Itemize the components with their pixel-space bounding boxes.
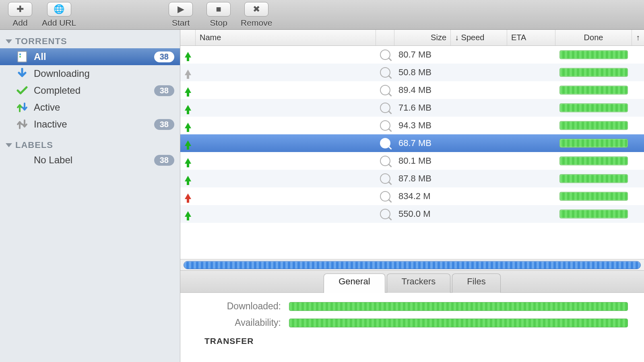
magnify-cell[interactable]: [376, 67, 394, 78]
magnify-cell[interactable]: [376, 191, 394, 202]
status-cell: [180, 52, 196, 58]
column-speed[interactable]: ↓ Speed: [451, 30, 507, 45]
remove-label: Remove: [241, 18, 272, 28]
detail-tabs: GeneralTrackersFiles: [180, 270, 644, 293]
magnify-cell[interactable]: [376, 138, 394, 148]
sidebar-torrents-header-label: TORRENTS: [15, 36, 67, 47]
done-cell: [555, 192, 632, 201]
magnify-icon: [380, 138, 390, 148]
tab-files[interactable]: Files: [452, 274, 500, 293]
table-row[interactable]: 50.8 MB: [180, 64, 644, 81]
status-cell: [180, 193, 196, 199]
status-cell: [180, 123, 196, 128]
progress-bar: [559, 50, 628, 59]
add-url-label: Add URL: [42, 18, 76, 28]
size-cell: 80.1 MB: [394, 156, 451, 166]
magnify-icon: [380, 120, 390, 131]
table-row[interactable]: 550.0 M: [180, 205, 644, 223]
horizontal-scrollbar[interactable]: [180, 259, 644, 270]
count-badge: 38: [154, 155, 174, 166]
sidebar-labels-header-label: LABELS: [15, 140, 53, 150]
done-cell: [555, 86, 632, 95]
stop-button[interactable]: ■ Stop: [202, 2, 235, 28]
sidebar-item-active[interactable]: Active: [0, 99, 180, 116]
sidebar-item-label: Active: [34, 102, 174, 113]
play-icon: ▶: [178, 4, 184, 14]
magnify-cell[interactable]: [376, 156, 394, 166]
table-row[interactable]: 87.8 MB: [180, 170, 644, 187]
sidebar-label-item[interactable]: No Label38: [0, 152, 180, 168]
table-row[interactable]: 80.7 MB: [180, 46, 644, 64]
count-badge: 38: [154, 85, 174, 96]
done-cell: [555, 174, 632, 183]
remove-button[interactable]: ✖ Remove: [240, 2, 272, 28]
sidebar-item-label: No Label: [34, 154, 154, 166]
column-extra[interactable]: ↑: [632, 30, 644, 45]
progress-bar: [559, 86, 628, 95]
table-row[interactable]: 80.1 MB: [180, 152, 644, 170]
upload-arrow-icon: [185, 140, 191, 146]
column-name[interactable]: Name: [196, 30, 376, 45]
add-button[interactable]: ✚ Add: [4, 2, 36, 28]
column-magnify[interactable]: [376, 30, 394, 45]
status-cell: [180, 70, 196, 75]
size-cell: 50.8 MB: [394, 67, 451, 78]
size-cell: 89.4 MB: [394, 85, 451, 95]
upload-arrow-icon: [185, 105, 191, 111]
table-row[interactable]: 834.2 M: [180, 187, 644, 205]
table-row[interactable]: 94.3 MB: [180, 117, 644, 134]
svg-rect-0: [18, 51, 27, 62]
upload-arrow-icon: [185, 123, 191, 128]
availability-progress: [289, 319, 628, 327]
status-cell: [180, 87, 196, 93]
svg-rect-1: [19, 53, 21, 55]
done-cell: [555, 121, 632, 130]
magnify-icon: [380, 173, 390, 184]
status-cell: [180, 140, 196, 146]
done-cell: [555, 156, 632, 165]
add-url-button[interactable]: 🌐 Add URL: [42, 2, 76, 28]
upload-arrow-icon: [185, 52, 191, 58]
column-done[interactable]: Done: [555, 30, 632, 45]
stop-icon: ■: [216, 4, 221, 14]
column-eta[interactable]: ETA: [507, 30, 555, 45]
tab-general[interactable]: General: [324, 274, 385, 293]
magnify-cell[interactable]: [376, 85, 394, 95]
sidebar-item-all[interactable]: All38: [0, 48, 180, 65]
progress-bar: [559, 68, 628, 77]
column-size[interactable]: Size: [394, 30, 451, 45]
sidebar-item-inactive[interactable]: Inactive38: [0, 116, 180, 133]
done-cell: [555, 50, 632, 59]
magnify-icon: [380, 85, 390, 95]
sidebar-section-labels[interactable]: LABELS: [0, 138, 180, 152]
download-arrow-icon: [16, 68, 28, 80]
table-row[interactable]: 68.7 MB: [180, 134, 644, 152]
transfer-heading: TRANSFER: [204, 336, 628, 346]
magnify-cell[interactable]: [376, 120, 394, 131]
start-label: Start: [172, 18, 190, 28]
done-cell: [555, 103, 632, 112]
table-row[interactable]: 89.4 MB: [180, 81, 644, 99]
sidebar-item-downloading[interactable]: Downloading: [0, 65, 180, 82]
svg-rect-2: [19, 56, 21, 58]
magnify-cell[interactable]: [376, 173, 394, 184]
downloaded-progress: [289, 302, 628, 311]
magnify-cell[interactable]: [376, 209, 394, 219]
magnify-icon: [380, 49, 390, 60]
scrollbar-thumb[interactable]: [184, 261, 641, 269]
upload-arrow-icon: [185, 211, 191, 217]
sidebar-item-completed[interactable]: Completed38: [0, 82, 180, 99]
start-button[interactable]: ▶ Start: [165, 2, 197, 28]
sidebar: TORRENTS All38DownloadingCompleted38Acti…: [0, 30, 180, 362]
sidebar-item-label: Downloading: [34, 68, 174, 79]
column-status[interactable]: [180, 30, 196, 45]
magnify-cell[interactable]: [376, 49, 394, 60]
content-area: Name Size ↓ Speed ETA Done ↑ 80.7 MB50.8…: [180, 30, 644, 362]
done-cell: [555, 68, 632, 77]
sidebar-section-torrents[interactable]: TORRENTS: [0, 35, 180, 48]
magnify-cell[interactable]: [376, 103, 394, 113]
add-icon: ✚: [17, 4, 24, 14]
table-row[interactable]: 71.6 MB: [180, 99, 644, 117]
upload-arrow-icon: [185, 176, 191, 181]
tab-trackers[interactable]: Trackers: [387, 274, 451, 293]
